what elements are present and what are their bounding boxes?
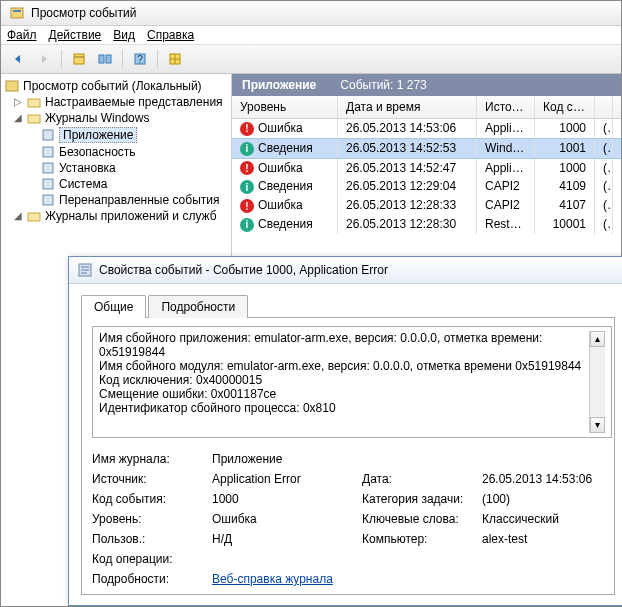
svg-rect-3 bbox=[99, 55, 104, 63]
folder-icon bbox=[27, 209, 41, 223]
eventid-value: 1000 bbox=[212, 492, 362, 506]
svg-rect-16 bbox=[28, 213, 40, 221]
col-level[interactable]: Уровень bbox=[232, 96, 338, 118]
titlebar: Просмотр событий bbox=[1, 1, 621, 26]
svg-rect-11 bbox=[43, 130, 53, 140]
taskcat-value: (100) bbox=[482, 492, 612, 506]
grid-button[interactable] bbox=[164, 48, 186, 70]
tab-general[interactable]: Общие bbox=[81, 295, 146, 318]
scroll-up-icon[interactable]: ▴ bbox=[590, 331, 605, 347]
table-row[interactable]: !Ошибка26.05.2013 14:52:47Applic...1000( bbox=[232, 159, 621, 178]
collapse-icon[interactable]: ▷ bbox=[13, 97, 23, 107]
scroll-down-icon[interactable]: ▾ bbox=[590, 417, 605, 433]
col-source[interactable]: Источ... bbox=[477, 96, 535, 118]
logname-value: Приложение bbox=[212, 452, 612, 466]
tree-root[interactable]: Просмотр событий (Локальный) bbox=[3, 78, 229, 94]
log-icon bbox=[41, 161, 55, 175]
view-button[interactable] bbox=[94, 48, 116, 70]
col-extra[interactable] bbox=[595, 96, 613, 118]
tree-setup[interactable]: Установка bbox=[3, 160, 229, 176]
tab-details[interactable]: Подробности bbox=[148, 295, 248, 318]
eventviewer-icon bbox=[5, 79, 19, 93]
log-icon bbox=[41, 145, 55, 159]
properties-grid: Имя журнала: Приложение Источник: Applic… bbox=[92, 452, 612, 586]
menubar: Файл Действие Вид Справка bbox=[1, 26, 621, 44]
moreinfo-label: Подробности: bbox=[92, 572, 212, 586]
help-button[interactable]: ? bbox=[129, 48, 151, 70]
error-icon: ! bbox=[240, 161, 254, 175]
event-properties-dialog: Свойства событий - Событие 1000, Applica… bbox=[68, 256, 622, 606]
folder-icon bbox=[27, 111, 41, 125]
toolbar-separator bbox=[122, 50, 123, 68]
keywords-label: Ключевые слова: bbox=[362, 512, 482, 526]
tab-panel: Имя сбойного приложения: emulator-arm.ex… bbox=[81, 317, 615, 595]
user-label: Пользов.: bbox=[92, 532, 212, 546]
source-value: Application Error bbox=[212, 472, 362, 486]
forward-button[interactable] bbox=[33, 48, 55, 70]
textbox-scrollbar[interactable]: ▴ ▾ bbox=[589, 331, 605, 433]
tree-system[interactable]: Система bbox=[3, 176, 229, 192]
date-value: 26.05.2013 14:53:06 bbox=[482, 472, 612, 486]
svg-rect-1 bbox=[13, 10, 21, 12]
events-header: Приложение Событий: 1 273 bbox=[232, 74, 621, 96]
tree-application[interactable]: Приложение bbox=[3, 126, 229, 144]
log-icon bbox=[41, 193, 55, 207]
tree-security[interactable]: Безопасность bbox=[3, 144, 229, 160]
tree-app-services[interactable]: ◢ Журналы приложений и служб bbox=[3, 208, 229, 224]
user-value: Н/Д bbox=[212, 532, 362, 546]
svg-rect-13 bbox=[43, 163, 53, 173]
tree-forwarded[interactable]: Перенаправленные события bbox=[3, 192, 229, 208]
expand-icon[interactable]: ◢ bbox=[13, 211, 23, 221]
menu-view[interactable]: Вид bbox=[113, 28, 135, 42]
logname-label: Имя журнала: bbox=[92, 452, 212, 466]
error-icon: ! bbox=[240, 199, 254, 213]
svg-rect-15 bbox=[43, 195, 53, 205]
svg-rect-2 bbox=[74, 54, 84, 64]
toolbar-separator bbox=[157, 50, 158, 68]
dialog-title: Свойства событий - Событие 1000, Applica… bbox=[99, 263, 388, 277]
expand-icon[interactable]: ◢ bbox=[13, 113, 23, 123]
menu-help[interactable]: Справка bbox=[147, 28, 194, 42]
description-textbox[interactable]: Имя сбойного приложения: emulator-arm.ex… bbox=[92, 326, 612, 438]
col-code[interactable]: Код со... bbox=[535, 96, 595, 118]
date-label: Дата: bbox=[362, 472, 482, 486]
table-row[interactable]: !Ошибка26.05.2013 14:53:06Applic...1000( bbox=[232, 119, 621, 138]
svg-rect-8 bbox=[6, 81, 18, 91]
col-datetime[interactable]: Дата и время bbox=[338, 96, 477, 118]
eventid-label: Код события: bbox=[92, 492, 212, 506]
table-row[interactable]: iСведения26.05.2013 12:28:30Restart...10… bbox=[232, 215, 621, 234]
table-row[interactable]: iСведения26.05.2013 12:29:04CAPI24109( bbox=[232, 177, 621, 196]
level-label: Уровень: bbox=[92, 512, 212, 526]
tree-custom-views[interactable]: ▷ Настраиваемые представления bbox=[3, 94, 229, 110]
svg-rect-10 bbox=[28, 115, 40, 123]
computer-value: alex-test bbox=[482, 532, 612, 546]
taskcat-label: Категория задачи: bbox=[362, 492, 482, 506]
computer-label: Компьютер: bbox=[362, 532, 482, 546]
header-title: Приложение bbox=[242, 78, 316, 92]
dialog-icon bbox=[77, 262, 93, 278]
svg-rect-9 bbox=[28, 99, 40, 107]
info-icon: i bbox=[240, 142, 254, 156]
opcode-label: Код операции: bbox=[92, 552, 212, 566]
toolbar: ? bbox=[1, 44, 621, 74]
svg-rect-14 bbox=[43, 179, 53, 189]
menu-action[interactable]: Действие bbox=[49, 28, 102, 42]
svg-text:?: ? bbox=[137, 54, 143, 65]
scope-button[interactable] bbox=[68, 48, 90, 70]
menu-file[interactable]: Файл bbox=[7, 28, 37, 42]
keywords-value: Классический bbox=[482, 512, 612, 526]
tree-windows-logs[interactable]: ◢ Журналы Windows bbox=[3, 110, 229, 126]
toolbar-separator bbox=[61, 50, 62, 68]
log-icon bbox=[41, 128, 55, 142]
info-icon: i bbox=[240, 218, 254, 232]
log-icon bbox=[41, 177, 55, 191]
table-row[interactable]: iСведения26.05.2013 14:52:53Windo...1001… bbox=[232, 138, 621, 159]
level-value: Ошибка bbox=[212, 512, 362, 526]
web-help-link[interactable]: Веб-справка журнала bbox=[212, 572, 333, 586]
back-button[interactable] bbox=[7, 48, 29, 70]
table-row[interactable]: !Ошибка26.05.2013 12:28:33CAPI24107( bbox=[232, 196, 621, 215]
dialog-titlebar[interactable]: Свойства событий - Событие 1000, Applica… bbox=[69, 257, 622, 284]
folder-icon bbox=[27, 95, 41, 109]
window-title: Просмотр событий bbox=[31, 6, 136, 20]
app-icon bbox=[9, 5, 25, 21]
